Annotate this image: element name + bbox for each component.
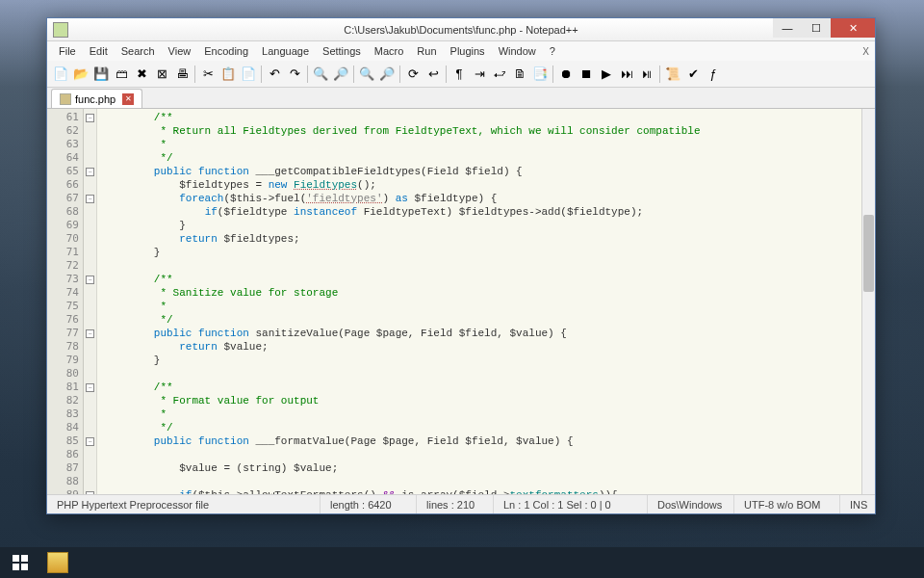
vertical-scrollbar[interactable] xyxy=(861,109,875,494)
svg-rect-3 xyxy=(21,564,28,570)
fold-toggle[interactable]: − xyxy=(86,329,94,338)
notepadpp-icon xyxy=(47,552,68,573)
menu-search[interactable]: Search xyxy=(116,43,161,59)
zoom-out-button[interactable]: 🔎 xyxy=(377,65,397,84)
code-content[interactable]: /** * Return all Fieldtypes derived from… xyxy=(97,109,875,494)
windows-icon xyxy=(13,555,28,570)
cut-button[interactable]: ✂ xyxy=(198,65,218,84)
menu-plugins[interactable]: Plugins xyxy=(445,43,491,59)
fold-toggle[interactable]: − xyxy=(86,491,94,495)
play-x-button[interactable]: ⏯ xyxy=(637,65,656,84)
menu-macro[interactable]: Macro xyxy=(369,43,410,59)
fn-button[interactable]: ƒ xyxy=(704,65,723,84)
menu-language[interactable]: Language xyxy=(256,43,315,59)
save-all-button[interactable]: 🗃 xyxy=(112,65,131,84)
replace-button[interactable]: 🔎 xyxy=(331,65,350,84)
svg-rect-1 xyxy=(21,555,28,562)
status-length: length : 6420 xyxy=(321,495,417,513)
titlebar[interactable]: C:\Users\Jakub\Documents\func.php - Note… xyxy=(47,18,875,41)
menu-help[interactable]: ? xyxy=(544,43,561,59)
rec-button[interactable]: ⏺ xyxy=(556,65,576,84)
tab-funcphp[interactable]: func.php ✕ xyxy=(51,89,142,108)
taskbar[interactable] xyxy=(0,547,924,578)
undo-button[interactable]: ↶ xyxy=(265,65,284,84)
wrap-button[interactable]: ↩ xyxy=(424,65,443,84)
fold-toggle[interactable]: − xyxy=(86,114,94,122)
status-position: Ln : 1 Col : 1 Sel : 0 | 0 xyxy=(494,495,648,513)
status-encoding: UTF-8 w/o BOM xyxy=(734,495,840,513)
zoom-in-button[interactable]: 🔍 xyxy=(357,65,376,84)
window-title: C:\Users\Jakub\Documents\func.php - Note… xyxy=(47,24,875,36)
file-icon xyxy=(60,93,71,105)
status-eol: Dos\Windows xyxy=(648,495,734,513)
menu-run[interactable]: Run xyxy=(411,43,442,59)
eol-button[interactable]: ⮐ xyxy=(490,65,509,84)
redo-button[interactable]: ↷ xyxy=(285,65,304,84)
scroll-thumb[interactable] xyxy=(863,215,874,292)
macro-button[interactable]: 📜 xyxy=(663,65,682,84)
svg-rect-2 xyxy=(13,564,19,570)
find-button[interactable]: 🔍 xyxy=(311,65,330,84)
app-icon xyxy=(53,22,68,38)
menubar: FileEditSearchViewEncodingLanguageSettin… xyxy=(47,41,875,61)
menu-settings[interactable]: Settings xyxy=(317,43,367,59)
menu-encoding[interactable]: Encoding xyxy=(198,43,254,59)
menu-edit[interactable]: Edit xyxy=(84,43,114,59)
paste-button[interactable]: 📄 xyxy=(239,65,258,84)
lang-button[interactable]: 🗎 xyxy=(510,65,529,84)
fold-toggle[interactable]: − xyxy=(86,168,94,176)
tab-label: func.php xyxy=(75,93,116,105)
fold-toggle[interactable]: − xyxy=(86,437,94,446)
play-m-button[interactable]: ⏭ xyxy=(617,65,636,84)
maximize-button[interactable]: ☐ xyxy=(802,18,831,38)
statusbar: PHP Hypertext Preprocessor file length :… xyxy=(47,494,875,513)
editor-area[interactable]: 61 62 63 64 65 66 67 68 69 70 71 72 73 7… xyxy=(47,109,875,494)
save-button[interactable]: 💾 xyxy=(91,65,111,84)
sync-button[interactable]: ⟳ xyxy=(403,65,423,84)
close-button[interactable]: ✖ xyxy=(132,65,151,84)
new-button[interactable]: 📄 xyxy=(51,65,70,84)
open-button[interactable]: 📂 xyxy=(71,65,90,84)
toolbar: 📄📂💾🗃✖⊠🖶✂📋📄↶↷🔍🔎🔍🔎⟳↩¶⇥⮐🗎📑⏺⏹▶⏭⏯📜✔ƒ xyxy=(47,61,875,88)
close-all-button[interactable]: ⊠ xyxy=(152,65,171,84)
taskbar-app-notepadpp[interactable] xyxy=(40,550,75,575)
menu-file[interactable]: File xyxy=(53,43,82,59)
stop-button[interactable]: ⏹ xyxy=(577,65,596,84)
window-controls: — ☐ ✕ xyxy=(773,18,875,38)
svg-rect-0 xyxy=(13,555,19,562)
indent-button[interactable]: ⇥ xyxy=(470,65,489,84)
close-button[interactable]: ✕ xyxy=(831,18,875,38)
ws-button[interactable]: ¶ xyxy=(449,65,469,84)
status-lines: lines : 210 xyxy=(417,495,494,513)
fold-toggle[interactable]: − xyxy=(86,383,94,392)
print-button[interactable]: 🖶 xyxy=(172,65,192,84)
start-button[interactable] xyxy=(3,550,38,575)
fold-toggle[interactable]: − xyxy=(86,195,94,203)
spell-button[interactable]: ✔ xyxy=(683,65,703,84)
tab-close-icon[interactable]: ✕ xyxy=(122,93,134,105)
play-button[interactable]: ▶ xyxy=(597,65,616,84)
line-gutter: 61 62 63 64 65 66 67 68 69 70 71 72 73 7… xyxy=(47,109,84,494)
menu-window[interactable]: Window xyxy=(493,43,542,59)
status-mode: INS xyxy=(840,495,875,513)
app-window: C:\Users\Jakub\Documents\func.php - Note… xyxy=(46,17,876,514)
copy-button[interactable]: 📋 xyxy=(218,65,238,84)
menubar-close-icon[interactable]: X xyxy=(862,46,869,57)
menu-view[interactable]: View xyxy=(163,43,197,59)
status-language: PHP Hypertext Preprocessor file xyxy=(47,495,321,513)
tabbar: func.php ✕ xyxy=(47,88,875,109)
minimize-button[interactable]: — xyxy=(773,18,802,38)
fold-toggle[interactable]: − xyxy=(86,276,94,284)
fold-column: −−−−−−−−− xyxy=(84,109,97,494)
doc-button[interactable]: 📑 xyxy=(530,65,550,84)
